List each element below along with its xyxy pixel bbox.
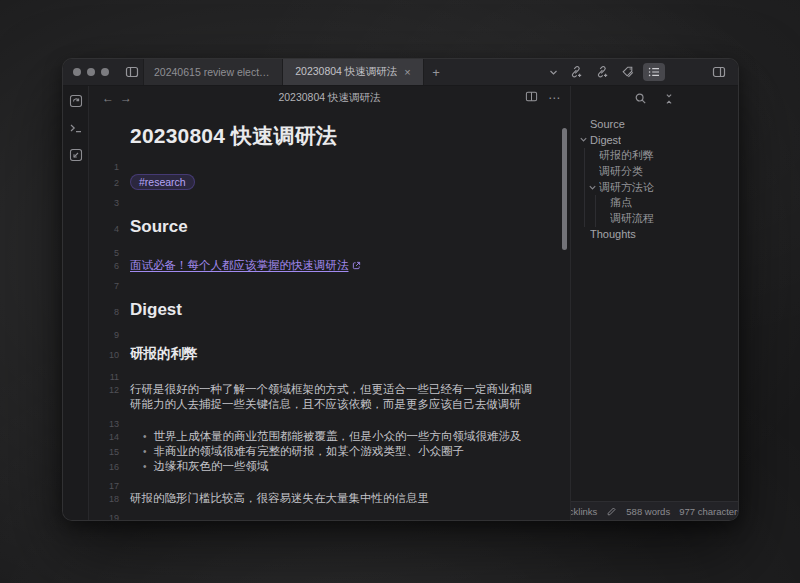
editor-line: 19 xyxy=(89,506,570,521)
tags-icon[interactable] xyxy=(617,63,639,81)
editor-line: 16•边缘和灰色的一些领域 xyxy=(89,459,570,474)
zoom-window-button[interactable] xyxy=(101,68,109,76)
random-note-icon[interactable] xyxy=(65,94,87,108)
editor-line: 14•世界上成体量的商业范围都能被覆盖，但是小众的一些方向领域很难涉及 xyxy=(89,429,570,444)
line-number: 5 xyxy=(89,248,130,258)
line-text: Source xyxy=(130,217,188,236)
line-number: 9 xyxy=(89,330,130,340)
backlink-add-icon[interactable] xyxy=(565,63,587,81)
outline-item-label: Source xyxy=(590,118,625,130)
line-number: 16 xyxy=(89,462,130,472)
edit-mode-icon xyxy=(606,506,617,517)
editor-header: ← → 20230804 快速调研法 ⋯ xyxy=(89,86,570,110)
search-icon[interactable] xyxy=(634,91,647,109)
line-text: 研报的利弊 xyxy=(130,346,198,361)
line-content xyxy=(130,475,570,490)
close-window-button[interactable] xyxy=(73,68,81,76)
back-icon[interactable]: ← xyxy=(99,91,117,105)
link-add-icon[interactable] xyxy=(591,63,613,81)
word-count: 588 words xyxy=(626,506,670,517)
canvas-icon[interactable] xyxy=(65,148,87,162)
editor-line: 1 xyxy=(89,155,570,172)
bullet-text: 非商业的领域很难有完整的研报，如某个游戏类型、小众圈子 xyxy=(154,445,465,457)
right-sidebar-toggle-icon[interactable] xyxy=(708,59,730,85)
tab-review-electron-ipc[interactable]: 20240615 review electron IPC xyxy=(143,59,282,85)
outline-item-label: 研报的利弊 xyxy=(599,148,654,163)
outline-item[interactable]: Digest xyxy=(571,132,738,148)
editor-line: 17 xyxy=(89,475,570,492)
forward-icon[interactable]: → xyxy=(117,91,135,105)
editor-line: 5 xyxy=(89,241,570,258)
bullet-text: 世界上成体量的商业范围都能被覆盖，但是小众的一些方向领域很难涉及 xyxy=(154,430,522,442)
editor-line: 13 xyxy=(89,412,570,429)
terminal-icon[interactable] xyxy=(65,121,87,135)
line-content: •世界上成体量的商业范围都能被覆盖，但是小众的一些方向领域很难涉及 xyxy=(130,429,570,444)
reading-view-icon[interactable] xyxy=(525,89,538,107)
more-options-icon[interactable]: ⋯ xyxy=(548,91,560,105)
chevron-down-icon[interactable] xyxy=(588,183,599,192)
line-text: 行研是很好的一种了解一个领域框架的方式，但更适合一些已经有一定商业和调研能力的人… xyxy=(130,383,533,410)
line-content xyxy=(130,324,570,339)
outline-item[interactable]: Thoughts xyxy=(571,227,738,243)
line-number: 12 xyxy=(89,385,130,395)
line-number: 17 xyxy=(89,481,130,491)
collapse-all-icon[interactable] xyxy=(663,91,675,109)
line-content: 研报的隐形门槛比较高，很容易迷失在大量集中性的信息里 xyxy=(130,491,570,506)
line-number: 10 xyxy=(89,350,130,360)
editor-rows: 12#research34Source56面试必备！每个人都应该掌握的快速调研法… xyxy=(89,155,570,521)
backlinks-count: 0 backlinks xyxy=(571,506,597,517)
line-number: 13 xyxy=(89,419,130,429)
external-link[interactable]: 面试必备！每个人都应该掌握的快速调研法 xyxy=(130,259,349,271)
line-text: 研报的隐形门槛比较高，很容易迷失在大量集中性的信息里 xyxy=(130,492,429,504)
line-content: 面试必备！每个人都应该掌握的快速调研法 xyxy=(130,258,570,274)
line-number: 2 xyxy=(89,178,130,188)
editor-line: 8Digest xyxy=(89,291,570,324)
editor-line: 11 xyxy=(89,365,570,382)
outline-list-icon[interactable] xyxy=(643,63,665,81)
line-number: 1 xyxy=(89,162,130,172)
app-window: 20240615 review electron IPC 20230804 快速… xyxy=(62,58,739,521)
close-tab-icon[interactable]: × xyxy=(404,67,410,78)
chevron-down-icon[interactable] xyxy=(579,135,590,144)
outline-item[interactable]: 痛点 xyxy=(571,195,738,211)
line-content xyxy=(130,155,570,170)
editor-line: 7 xyxy=(89,274,570,291)
outline-item[interactable]: 调研分类 xyxy=(571,163,738,179)
line-number: 18 xyxy=(89,494,130,504)
line-content: •非商业的领域很难有完整的研报，如某个游戏类型、小众圈子 xyxy=(130,444,570,459)
left-sidebar-toggle-icon[interactable] xyxy=(121,59,143,85)
character-count: 977 characters xyxy=(679,506,738,517)
outline-item-label: 痛点 xyxy=(610,195,632,210)
line-number: 15 xyxy=(89,447,130,457)
outline-item[interactable]: 调研流程 xyxy=(571,211,738,227)
tab-quick-research-active[interactable]: 20230804 快速调研法 × xyxy=(282,59,424,85)
editor-scrollbar-thumb[interactable] xyxy=(562,128,567,250)
tab-bar: 20240615 review electron IPC 20230804 快速… xyxy=(63,59,738,86)
minimize-window-button[interactable] xyxy=(87,68,95,76)
tag-pill[interactable]: #research xyxy=(130,174,195,190)
line-number: 11 xyxy=(89,372,130,382)
window-body: ← → 20230804 快速调研法 ⋯ 20230804 快速调研法 12#r… xyxy=(63,86,738,521)
chevron-down-icon[interactable] xyxy=(543,59,565,85)
outline-item-label: Thoughts xyxy=(590,228,636,240)
note-action-group xyxy=(565,59,665,85)
status-bar: 0 backlinks 588 words 977 characters xyxy=(571,501,738,521)
line-content: •边缘和灰色的一些领域 xyxy=(130,459,570,474)
bullet-marker: • xyxy=(143,431,147,442)
line-content: 行研是很好的一种了解一个领域框架的方式，但更适合一些已经有一定商业和调研能力的人… xyxy=(130,382,570,412)
line-number: 8 xyxy=(89,307,130,317)
line-content xyxy=(130,412,570,427)
line-content xyxy=(130,192,570,207)
line-content: #research xyxy=(130,172,570,192)
editor-content: 20230804 快速调研法 12#research34Source56面试必备… xyxy=(89,110,570,521)
outline-item[interactable]: 研报的利弊 xyxy=(571,148,738,164)
editor-line: 18研报的隐形门槛比较高，很容易迷失在大量集中性的信息里 xyxy=(89,491,570,506)
outline-item-label: Digest xyxy=(590,134,621,146)
line-text: Digest xyxy=(130,300,182,319)
outline-item[interactable]: Source xyxy=(571,116,738,132)
line-content: 研报的利弊 xyxy=(130,340,570,365)
outline-item[interactable]: 调研方法论 xyxy=(571,179,738,195)
editor-line: 6面试必备！每个人都应该掌握的快速调研法 xyxy=(89,258,570,274)
bullet-marker: • xyxy=(143,446,147,457)
new-tab-button[interactable]: + xyxy=(424,59,448,85)
